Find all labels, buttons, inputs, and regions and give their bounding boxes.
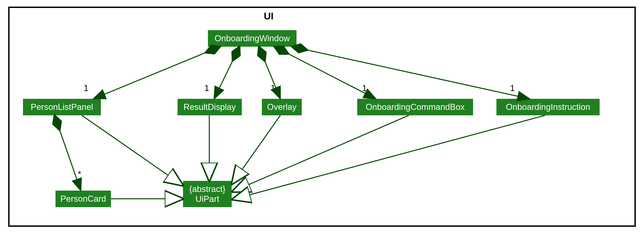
class-person-list-panel: PersonListPanel bbox=[23, 99, 101, 115]
multiplicity-overlay: 1 bbox=[270, 83, 275, 93]
multiplicity-person-list-panel: 1 bbox=[84, 83, 88, 93]
multiplicity-result-display: 1 bbox=[204, 83, 209, 93]
multiplicity-onboarding-command-box: 1 bbox=[362, 83, 367, 93]
class-person-card: PersonCard bbox=[56, 191, 111, 207]
diagram-canvas: UI OnboardingWindow PersonListPanel Resu… bbox=[0, 0, 644, 233]
class-onboarding-instruction: OnboardingInstruction bbox=[496, 99, 600, 115]
class-result-display: ResultDisplay bbox=[178, 99, 242, 115]
package-title: UI bbox=[257, 10, 280, 22]
class-onboarding-window: OnboardingWindow bbox=[208, 30, 296, 47]
ui-part-stereotype: {abstract} bbox=[189, 184, 226, 194]
ui-part-name: UiPart bbox=[196, 194, 219, 204]
multiplicity-person-card: * bbox=[78, 169, 81, 179]
multiplicity-onboarding-instruction: 1 bbox=[510, 83, 515, 93]
class-onboarding-command-box: OnboardingCommandBox bbox=[357, 99, 473, 115]
class-overlay: Overlay bbox=[262, 99, 302, 115]
class-ui-part: {abstract} UiPart bbox=[183, 181, 232, 207]
